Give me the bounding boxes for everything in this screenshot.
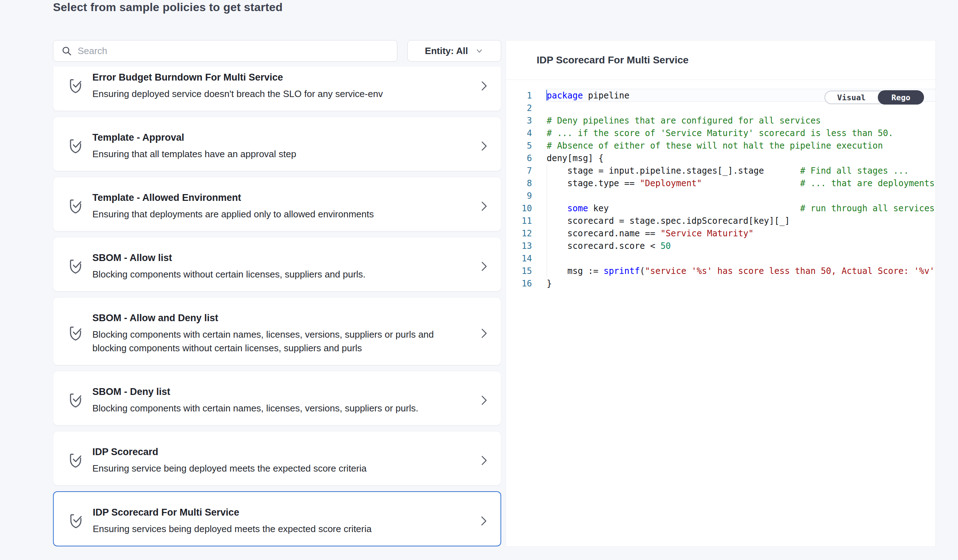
policy-description: Ensuring services being deployed meets t… [93,522,455,536]
code-line: 7 stage = input.pipeline.stages[_].stage… [506,164,936,177]
entity-filter-label: Entity: All [425,46,468,57]
shield-check-icon [68,77,83,95]
chevron-down-icon [475,46,484,55]
code-editor[interactable]: 1 package pipeline 2 3 # Deny pipelines … [506,80,936,547]
detail-title: IDP Scorecard For Multi Service [537,54,688,66]
visual-tab[interactable]: Visual [825,91,878,103]
rego-tab[interactable]: Rego [878,90,924,105]
line-number: 14 [506,254,532,263]
chevron-right-icon [477,260,490,273]
policy-card[interactable]: SBOM - Allow list Blocking components wi… [53,237,501,292]
policy-title: Template - Approval [92,132,456,144]
code-line: 15 msg := sprintf("service '%s' has scor… [506,265,936,277]
search-input[interactable] [78,46,389,57]
code-line: 12 scorecard.name == "Service Maturity" [506,227,936,240]
detail-header: IDP Scorecard For Multi Service [506,40,936,80]
shield-check-icon [68,138,83,155]
line-number: 10 [506,203,532,213]
code-text: scorecard.score < 50 [547,241,671,251]
code-line: 13 scorecard.score < 50 [506,240,936,252]
policy-description: Blocking components with certain names, … [92,328,456,355]
code-line: 9 [506,189,936,202]
code-line: 16 } [506,277,936,290]
line-number: 15 [506,266,532,276]
code-line: 5 # Absence of either of these will not … [506,139,936,152]
policy-title: SBOM - Deny list [92,385,456,398]
page-title: Select from sample policies to get start… [53,1,282,14]
line-number: 6 [506,153,532,163]
code-line: 3 # Deny pipelines that are configured f… [506,114,936,127]
shield-check-icon [68,325,83,342]
chevron-right-icon [477,394,490,406]
policy-card[interactable]: IDP Scorecard For Multi Service Ensuring… [53,491,501,546]
policy-title: IDP Scorecard [92,446,456,458]
code-line: 4 # ... if the score of 'Service Maturit… [506,127,936,139]
chevron-right-icon [477,454,490,466]
policy-description: Blocking components with certain names, … [92,401,456,415]
code-text: stage.type == "Deployment" # ... that ar… [547,178,935,188]
policy-card[interactable]: Error Budget Burndown For Multi Service … [53,67,501,111]
shield-check-icon [68,392,83,409]
filter-row: Entity: All [53,40,501,62]
policy-description: Ensuring that all templates have an appr… [92,147,456,161]
code-lines: 1 package pipeline 2 3 # Deny pipelines … [506,89,936,290]
line-number: 3 [506,116,532,126]
policy-list: Error Budget Burndown For Multi Service … [53,67,501,552]
code-text: scorecard.name == "Service Maturity" [547,228,753,238]
policy-list-panel: Entity: All Error Budget Burndown For Mu… [53,40,501,552]
line-number: 5 [506,141,532,151]
code-text: scorecard = stage.spec.idpScorecard[key]… [547,216,790,226]
policy-title: IDP Scorecard For Multi Service [93,506,455,519]
code-line: 14 [506,252,936,265]
line-number: 13 [506,241,532,251]
line-number: 2 [506,103,532,113]
code-line: 10 some key # run through all services [506,202,936,214]
chevron-right-icon [477,80,490,92]
chevron-right-icon [477,200,490,212]
policy-title: SBOM - Allow list [92,252,456,264]
line-number: 16 [506,279,532,289]
line-number: 1 [506,90,532,101]
code-text: # Deny pipelines that are configured for… [547,116,821,126]
shield-check-icon [68,452,83,469]
search-icon [61,46,72,56]
policy-detail-panel: IDP Scorecard For Multi Service 1 packag… [506,40,936,547]
policy-card[interactable]: IDP Scorecard Ensuring service being dep… [53,431,501,485]
policy-description: Blocking components without certain lice… [92,268,456,281]
code-text: some key # run through all services [547,203,935,213]
line-number: 9 [506,191,532,201]
chevron-right-icon [477,515,489,527]
entity-filter-dropdown[interactable]: Entity: All [408,40,501,62]
code-line: 6 deny[msg] { [506,152,936,164]
chevron-right-icon [477,327,490,339]
code-text: package pipeline [547,90,630,101]
policy-description: Ensuring service being deployed meets th… [92,462,456,475]
line-number: 11 [506,216,532,226]
chevron-right-icon [477,140,490,152]
line-number: 4 [506,128,532,138]
search-box[interactable] [53,40,397,62]
shield-check-icon [68,512,83,530]
line-number: 12 [506,228,532,238]
code-text: # Absence of either of these will not ha… [547,141,883,151]
policy-title: SBOM - Allow and Deny list [92,312,456,324]
policy-card[interactable]: SBOM - Allow and Deny list Blocking comp… [53,297,501,365]
line-number: 8 [506,178,532,188]
policy-card[interactable]: SBOM - Deny list Blocking components wit… [53,371,501,425]
line-number: 7 [506,166,532,176]
policy-title: Template - Allowed Environment [92,192,456,204]
code-text: deny[msg] { [547,153,604,163]
shield-check-icon [68,258,83,275]
code-text: stage = input.pipeline.stages[_].stage #… [547,166,909,176]
policy-description: Ensuring that deployments are applied on… [92,207,456,221]
code-line: 11 scorecard = stage.spec.idpScorecard[k… [506,214,936,227]
policy-description: Ensuring deployed service doesn't breach… [92,87,456,101]
code-line: 8 stage.type == "Deployment" # ... that … [506,177,936,189]
policy-card[interactable]: Template - Allowed Environment Ensuring … [53,177,501,231]
shield-check-icon [68,198,83,215]
policy-title: Error Budget Burndown For Multi Service [92,71,456,83]
code-text: } [547,279,552,289]
policy-card[interactable]: Template - Approval Ensuring that all te… [53,117,501,171]
code-text: # ... if the score of 'Service Maturity'… [547,128,893,138]
view-toggle: Visual Rego [825,90,924,104]
